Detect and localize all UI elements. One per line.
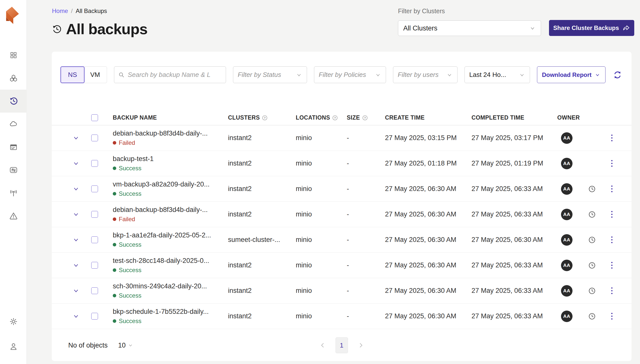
time-range-dropdown[interactable]: Last 24 Ho... [465, 66, 530, 83]
completed-time-cell: 27 May 2025, 06:30 AM [472, 236, 557, 244]
row-actions-menu-button[interactable] [610, 184, 614, 194]
backup-name[interactable]: debian-backup-b8f3d4b-daily-... [113, 130, 228, 137]
scheduled-clock-icon[interactable] [588, 236, 596, 244]
row-actions-menu-button[interactable] [610, 235, 614, 245]
expand-row-chevron-icon[interactable] [73, 288, 79, 294]
sidebar-item-cloud[interactable] [0, 112, 27, 136]
expand-row-chevron-icon[interactable] [73, 135, 79, 141]
row-checkbox[interactable] [91, 287, 98, 294]
filter-status-dropdown[interactable]: Filter by Status [233, 66, 307, 83]
row-checkbox[interactable] [91, 160, 98, 167]
expand-row-chevron-icon[interactable] [73, 313, 79, 320]
sidebar-item-settings[interactable] [0, 309, 27, 334]
backup-name[interactable]: backup-test-1 [113, 155, 228, 163]
scheduled-clock-icon[interactable] [588, 287, 596, 295]
cluster-cell: instant2 [228, 262, 296, 269]
backup-name[interactable]: bkp-1-aa1e2fa-daily-2025-05-2... [113, 232, 228, 239]
status-label: Success [119, 292, 141, 299]
user-icon [9, 342, 18, 351]
row-actions-menu-button[interactable] [610, 286, 614, 296]
tab-vm[interactable]: VM [84, 66, 107, 83]
sidebar-item-alerts[interactable] [0, 204, 27, 228]
breadcrumb-current: All Backups [76, 8, 107, 14]
scheduled-clock-icon[interactable] [588, 312, 596, 320]
size-cell: - [347, 185, 385, 193]
help-icon[interactable]: ? [362, 115, 368, 121]
location-cell: minio [296, 262, 347, 269]
row-actions-menu-button[interactable] [610, 260, 614, 270]
row-checkbox[interactable] [91, 236, 98, 243]
sidebar-item-backups[interactable] [0, 90, 27, 112]
status-dot-icon [113, 268, 116, 272]
row-checkbox[interactable] [91, 262, 98, 269]
expand-row-chevron-icon[interactable] [73, 160, 79, 167]
sidebar-item-clusters[interactable] [0, 67, 27, 90]
help-icon[interactable]: ? [262, 115, 268, 121]
tab-ns[interactable]: NS [61, 66, 85, 83]
completed-time-cell: 27 May 2025, 01:19 PM [472, 160, 557, 167]
backup-name[interactable]: sch-30mins-249c4a2-daily-20... [113, 282, 228, 290]
backup-name[interactable]: bkp-schedule-1-7b5522b-daily... [113, 308, 228, 316]
owner-avatar: AA [561, 234, 572, 246]
scheduled-clock-icon[interactable] [588, 210, 596, 218]
row-actions-menu-button[interactable] [610, 133, 614, 143]
expand-row-chevron-icon[interactable] [73, 237, 79, 243]
owner-avatar: AA [561, 209, 572, 220]
page-size-select[interactable]: 10 [118, 342, 133, 349]
column-owner: OWNER [557, 114, 577, 121]
sidebar-item-profile[interactable] [0, 334, 27, 359]
page-number-current[interactable]: 1 [335, 337, 348, 353]
row-actions-menu-button[interactable] [610, 311, 614, 321]
backup-name[interactable]: debian-backup-b8f3d4b-daily-... [113, 206, 228, 214]
row-checkbox[interactable] [91, 186, 98, 192]
size-cell: - [347, 134, 385, 142]
clusters-cubes-icon [10, 74, 18, 82]
download-report-button[interactable]: Download Report [537, 66, 605, 83]
previous-page-button[interactable] [320, 342, 326, 348]
row-checkbox[interactable] [91, 134, 98, 141]
search-input[interactable] [128, 71, 222, 79]
chevron-down-icon [446, 72, 453, 78]
help-icon[interactable]: ? [332, 115, 338, 121]
row-actions-menu-button[interactable] [610, 210, 614, 219]
search-icon [118, 72, 125, 78]
table-row: vm-backup3-a82a209-daily-20... Success i… [52, 176, 631, 202]
row-checkbox[interactable] [91, 211, 98, 218]
row-actions-menu-button[interactable] [610, 158, 614, 168]
expand-row-chevron-icon[interactable] [73, 262, 79, 269]
backup-name[interactable]: test-sch-28cc148-daily-2025-0... [113, 257, 228, 265]
sidebar-item-policies[interactable] [0, 158, 27, 182]
share-button-label: Share Cluster Backups [553, 24, 619, 32]
cluster-filter-select[interactable]: All Clusters [398, 20, 541, 36]
create-time-cell: 27 May 2025, 06:30 AM [385, 185, 472, 193]
filter-policies-dropdown[interactable]: Filter by Policies [314, 66, 386, 83]
sidebar-item-schedules[interactable] [0, 136, 27, 158]
expand-row-chevron-icon[interactable] [73, 186, 79, 192]
backups-panel: NS VM Filter by Status Filter by Policie… [52, 52, 631, 361]
gear-icon [9, 317, 18, 326]
next-page-button[interactable] [357, 342, 364, 348]
scheduled-clock-icon[interactable] [588, 262, 596, 270]
filter-users-dropdown[interactable]: Filter by users [393, 66, 458, 83]
cluster-cell: instant2 [228, 185, 296, 193]
breadcrumb: Home / All Backups [52, 8, 107, 14]
sidebar-item-monitoring[interactable] [0, 182, 27, 204]
share-cluster-backups-button[interactable]: Share Cluster Backups [549, 20, 634, 36]
sidebar-item-dashboard[interactable] [0, 44, 27, 67]
refresh-button[interactable] [612, 70, 622, 80]
completed-time-cell: 27 May 2025, 06:33 AM [472, 185, 557, 193]
select-all-checkbox[interactable] [91, 114, 98, 121]
status-label: Failed [119, 216, 135, 223]
row-checkbox[interactable] [91, 313, 98, 320]
backup-name[interactable]: vm-backup3-a82a209-daily-20... [113, 180, 228, 188]
status-label: Success [119, 241, 141, 248]
app-logo[interactable] [4, 4, 20, 26]
expand-row-chevron-icon[interactable] [73, 211, 79, 218]
owner-avatar: AA [561, 132, 572, 144]
cluster-cell: instant2 [228, 160, 296, 167]
scheduled-clock-icon[interactable] [588, 185, 596, 193]
size-cell: - [347, 210, 385, 218]
column-locations: LOCATIONS ? [296, 114, 347, 121]
location-cell: minio [296, 287, 347, 294]
breadcrumb-home-link[interactable]: Home [52, 8, 68, 14]
